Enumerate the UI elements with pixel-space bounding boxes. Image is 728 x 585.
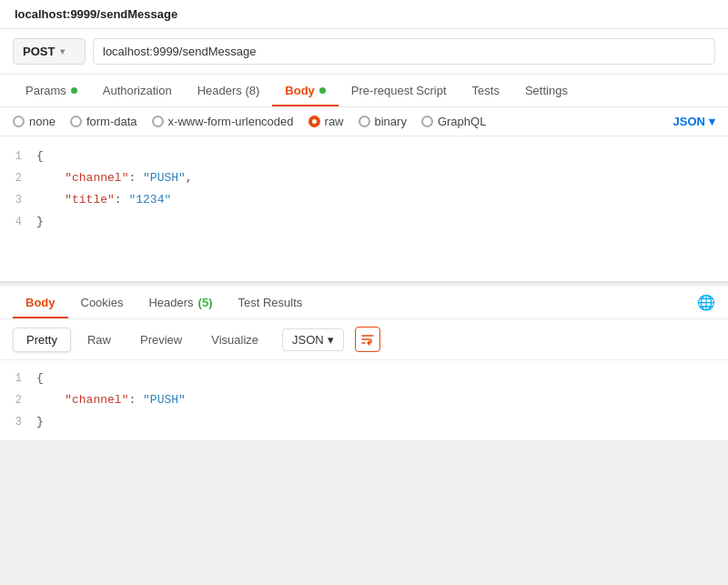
format-pretty-btn[interactable]: Pretty [13, 328, 71, 352]
radio-binary-label: binary [375, 115, 407, 128]
globe-icon[interactable]: 🌐 [697, 294, 715, 311]
req-content-1: { [36, 146, 728, 166]
json-label: JSON [673, 115, 705, 128]
radio-form-data-circle [70, 116, 82, 127]
res-content-3: } [36, 412, 728, 432]
title-url: localhost:9999/sendMessage [15, 7, 177, 21]
radio-none-label: none [29, 115, 56, 128]
json-format-selector[interactable]: JSON ▾ [673, 115, 715, 128]
wrap-icon[interactable] [355, 327, 380, 352]
radio-raw-label: raw [325, 115, 344, 128]
res-content-1: { [36, 368, 728, 388]
radio-urlencoded-circle [152, 116, 164, 127]
res-line-3: 3 } [0, 411, 728, 433]
response-code-editor: 1 { 2 "channel": "PUSH" 3 } [0, 360, 728, 440]
response-headers-badge: (5) [198, 296, 213, 309]
radio-raw[interactable]: raw [308, 115, 344, 128]
req-line-4: 4 } [0, 211, 728, 233]
request-tabs: Params Authorization Headers (8) Body Pr… [0, 75, 728, 107]
tab-tests[interactable]: Tests [460, 75, 512, 106]
tab-pre-request[interactable]: Pre-request Script [339, 75, 460, 106]
tab-settings[interactable]: Settings [512, 75, 581, 106]
res-linenum-1: 1 [0, 368, 36, 388]
req-linenum-1: 1 [0, 146, 36, 166]
response-cookies-label: Cookies [81, 296, 124, 309]
json-chevron: ▾ [709, 115, 715, 128]
method-label: POST [23, 45, 55, 58]
res-line-1: 1 { [0, 368, 728, 389]
req-linenum-2: 2 [0, 168, 36, 188]
req-line-2: 2 "channel": "PUSH", [0, 167, 728, 189]
radio-form-data-label: form-data [86, 115, 137, 128]
req-content-4: } [36, 212, 728, 232]
req-content-2: "channel": "PUSH", [36, 168, 728, 188]
body-label: Body [285, 84, 315, 97]
radio-graphql-label: GraphQL [438, 115, 486, 128]
params-dot [71, 87, 77, 94]
radio-form-data[interactable]: form-data [70, 115, 137, 128]
res-content-2: "channel": "PUSH" [36, 390, 728, 410]
response-test-results-label: Test Results [238, 296, 303, 309]
method-selector[interactable]: POST ▾ [13, 38, 86, 65]
response-tab-cookies[interactable]: Cookies [68, 287, 136, 318]
response-json-chevron: ▾ [328, 333, 334, 347]
res-line-2: 2 "channel": "PUSH" [0, 389, 728, 411]
response-tabs-row: Body Cookies Headers (5) Test Results 🌐 [0, 287, 728, 319]
response-panel: Body Cookies Headers (5) Test Results 🌐 … [0, 287, 728, 440]
response-tab-headers[interactable]: Headers (5) [136, 287, 225, 318]
format-visualize-btn[interactable]: Visualize [198, 328, 271, 351]
request-panel: POST ▾ Params Authorization Headers (8) … [0, 29, 728, 283]
req-linenum-3: 3 [0, 190, 36, 210]
req-content-3: "title": "1234" [36, 190, 728, 210]
radio-binary[interactable]: binary [359, 115, 407, 128]
radio-binary-circle [359, 116, 370, 127]
tab-headers[interactable]: Headers (8) [185, 75, 273, 106]
response-format-row: Pretty Raw Preview Visualize JSON ▾ [0, 319, 728, 360]
req-line-1: 1 { [0, 146, 728, 167]
radio-urlencoded[interactable]: x-www-form-urlencoded [152, 115, 294, 128]
response-body-label: Body [25, 296, 56, 309]
res-linenum-2: 2 [0, 390, 36, 410]
tab-authorization[interactable]: Authorization [90, 75, 185, 106]
radio-graphql[interactable]: GraphQL [421, 115, 486, 128]
method-chevron: ▾ [60, 46, 65, 56]
format-raw-btn[interactable]: Raw [75, 328, 124, 351]
body-type-row: none form-data x-www-form-urlencoded raw… [0, 107, 728, 136]
req-line-3: 3 "title": "1234" [0, 189, 728, 211]
authorization-label: Authorization [103, 84, 172, 97]
url-bar: POST ▾ [0, 29, 728, 75]
response-tab-body[interactable]: Body [13, 287, 68, 318]
res-linenum-3: 3 [0, 412, 36, 432]
title-bar: localhost:9999/sendMessage [0, 0, 728, 29]
tab-body[interactable]: Body [272, 75, 339, 106]
headers-label: Headers (8) [197, 84, 260, 97]
radio-raw-circle [308, 116, 320, 127]
response-headers-label: Headers [148, 296, 193, 309]
req-linenum-4: 4 [0, 212, 36, 232]
radio-urlencoded-label: x-www-form-urlencoded [168, 115, 294, 128]
format-preview-btn[interactable]: Preview [127, 328, 195, 351]
tests-label: Tests [472, 84, 500, 97]
response-json-selector[interactable]: JSON ▾ [282, 328, 344, 351]
settings-label: Settings [525, 84, 568, 97]
tab-params[interactable]: Params [13, 75, 90, 106]
url-input[interactable] [93, 38, 715, 65]
response-json-label: JSON [292, 333, 324, 347]
radio-graphql-circle [421, 116, 433, 127]
params-label: Params [25, 84, 66, 97]
pre-request-label: Pre-request Script [351, 84, 447, 97]
body-dot [319, 87, 326, 94]
request-code-editor[interactable]: 1 { 2 "channel": "PUSH", 3 "title": "123… [0, 136, 728, 282]
response-tab-test-results[interactable]: Test Results [226, 287, 316, 318]
radio-none-circle [13, 116, 25, 127]
radio-none[interactable]: none [13, 115, 56, 128]
